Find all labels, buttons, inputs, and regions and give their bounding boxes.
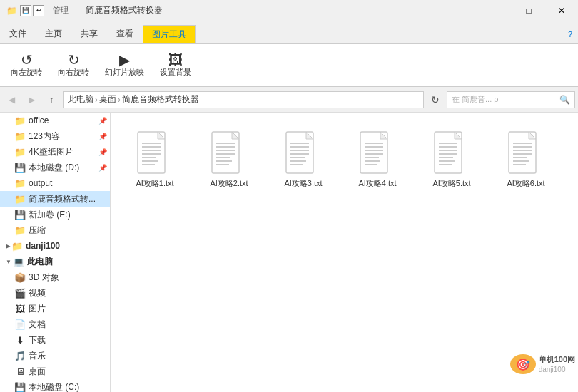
- txt-file-svg: [211, 130, 248, 175]
- file-item[interactable]: AI攻略4.txt: [342, 121, 413, 192]
- quick-save-btn[interactable]: 💾: [20, 5, 31, 16]
- computer-icon: 💻: [13, 256, 24, 267]
- file-icon: [133, 128, 176, 177]
- sidebar-item-video[interactable]: 🎬 视频: [0, 285, 110, 301]
- folder-icon: 📁: [14, 115, 26, 126]
- txt-file-svg: [359, 130, 396, 175]
- ribbon-tab-label: 管理: [53, 5, 69, 16]
- sidebar-item-thispc[interactable]: ▼ 💻 此电脑: [0, 254, 110, 269]
- quick-access: 💾 ↩: [20, 5, 44, 16]
- file-name: AI攻略2.txt: [210, 178, 248, 189]
- minimize-button[interactable]: ─: [480, 0, 512, 21]
- sidebar-item-disk-d[interactable]: 💾 本地磁盘 (D:) 📌: [0, 160, 110, 175]
- ribbon-rotate-left[interactable]: ↺ 向左旋转: [6, 49, 47, 81]
- file-item[interactable]: AI攻略5.txt: [416, 121, 487, 192]
- sidebar-label-disk-c: 本地磁盘 (C:): [29, 381, 79, 393]
- ribbon-set-background[interactable]: 🖼 设置背景: [155, 49, 196, 81]
- file-icon: [282, 128, 325, 177]
- download-icon: ⬇: [14, 334, 26, 346]
- sidebar-item-output[interactable]: 📁 output: [0, 175, 110, 191]
- slideshow-label: 幻灯片放映: [105, 67, 144, 78]
- refresh-button[interactable]: ↻: [427, 91, 444, 108]
- file-icon: [505, 128, 547, 177]
- sidebar-item-converter[interactable]: 📁 简鹿音频格式转...: [0, 191, 110, 207]
- search-box[interactable]: 在 简鹿音... ρ 🔍: [447, 91, 575, 108]
- folder-icon: 📁: [14, 193, 26, 205]
- sidebar-item-pictures[interactable]: 🖼 图片: [0, 301, 110, 316]
- watermark-logo-area: 🎯: [510, 354, 536, 374]
- address-path[interactable]: 此电脑 › 桌面 › 简鹿音频格式转换器: [63, 91, 424, 108]
- back-button[interactable]: ◀: [3, 91, 20, 108]
- file-item[interactable]: AI攻略2.txt: [193, 121, 265, 192]
- sidebar-label-3d: 3D 对象: [29, 272, 59, 284]
- sidebar: 📁 office 📌 📁 123内容 📌 📁 4K壁纸图片 📌 💾 本地磁盘 (…: [0, 113, 111, 392]
- path-part-folder: 简鹿音频格式转换器: [122, 93, 199, 105]
- watermark-site: 单机100网: [539, 354, 575, 365]
- ribbon-rotate-right[interactable]: ↻ 向右旋转: [53, 49, 94, 81]
- rotate-left-icon: ↺: [21, 53, 33, 67]
- watermark-sub: danji100: [539, 365, 575, 375]
- watermark-logo-icon: 🎯: [510, 354, 536, 374]
- file-item[interactable]: AI攻略1.txt: [119, 121, 191, 192]
- sidebar-label-music: 音乐: [29, 350, 46, 362]
- sidebar-item-disk-c[interactable]: 💾 本地磁盘 (C:): [0, 379, 110, 392]
- ribbon-content: ↺ 向左旋转 ↻ 向右旋转 ▶ 幻灯片放映 🖼 设置背景: [0, 43, 578, 86]
- sidebar-label-disk-e: 新加卷 (E:): [29, 209, 71, 221]
- txt-file-svg: [507, 130, 544, 175]
- sidebar-item-desktop[interactable]: 🖥 桌面: [0, 363, 110, 379]
- file-icon: [208, 128, 250, 177]
- file-name: AI攻略3.txt: [284, 178, 322, 189]
- sidebar-item-123[interactable]: 📁 123内容 📌: [0, 128, 110, 144]
- window-controls: ─ □ ✕: [480, 0, 578, 21]
- title-bar-left: 📁 💾 ↩ 管理 简鹿音频格式转换器: [6, 4, 163, 16]
- folder-icon: 📁: [14, 177, 26, 189]
- tab-view[interactable]: 查看: [107, 24, 143, 43]
- file-item[interactable]: AI攻略3.txt: [268, 121, 339, 192]
- sidebar-item-downloads[interactable]: ⬇ 下载: [0, 332, 110, 348]
- quick-undo-btn[interactable]: ↩: [33, 5, 44, 16]
- background-icon: 🖼: [168, 53, 183, 67]
- sidebar-label-compress: 压缩: [29, 225, 46, 237]
- close-button[interactable]: ✕: [545, 0, 578, 21]
- sidebar-label-video: 视频: [29, 287, 46, 299]
- background-label: 设置背景: [160, 67, 191, 78]
- maximize-button[interactable]: □: [512, 0, 545, 21]
- path-part-desktop: 桌面: [99, 93, 116, 105]
- path-sep-1: ›: [95, 95, 98, 105]
- svg-rect-12: [232, 132, 239, 139]
- forward-button[interactable]: ▶: [23, 91, 40, 108]
- sidebar-item-danji[interactable]: ▶ 📁 danji100: [0, 238, 110, 254]
- sidebar-item-compress[interactable]: 📁 压缩: [0, 222, 110, 238]
- sidebar-item-disk-e[interactable]: 💾 新加卷 (E:): [0, 207, 110, 222]
- folder-icon: 📁: [14, 130, 26, 142]
- ribbon-help-btn[interactable]: ?: [562, 24, 578, 43]
- tab-picture-tools[interactable]: 图片工具: [143, 25, 196, 44]
- ribbon-slideshow[interactable]: ▶ 幻灯片放映: [100, 49, 149, 81]
- up-button[interactable]: ↑: [43, 91, 60, 108]
- music-icon: 🎵: [14, 350, 26, 361]
- file-area: AI攻略1.txt AI攻略2.txt: [111, 113, 578, 392]
- sidebar-item-3d[interactable]: 📦 3D 对象: [0, 269, 110, 285]
- sidebar-item-docs[interactable]: 📄 文档: [0, 316, 110, 332]
- search-icon: 🔍: [559, 95, 570, 105]
- tab-home[interactable]: 主页: [36, 24, 71, 43]
- tab-share[interactable]: 共享: [71, 24, 107, 43]
- desktop-icon: 🖥: [14, 366, 26, 377]
- sidebar-label-downloads: 下载: [29, 334, 46, 346]
- rotate-right-label: 向右旋转: [58, 67, 89, 78]
- video-icon: 🎬: [14, 287, 26, 299]
- svg-rect-2: [158, 132, 165, 139]
- file-item[interactable]: AI攻略6.txt: [490, 121, 562, 192]
- file-icon: [356, 128, 399, 177]
- folder-icon: 📁: [11, 240, 23, 252]
- tab-file[interactable]: 文件: [0, 24, 36, 43]
- svg-rect-32: [380, 132, 387, 139]
- sidebar-item-music[interactable]: 🎵 音乐: [0, 348, 110, 363]
- txt-file-svg: [285, 130, 322, 175]
- ribbon-tabs: 文件 主页 共享 查看 图片工具 ?: [0, 21, 578, 43]
- sidebar-item-wallpaper[interactable]: 📁 4K壁纸图片 📌: [0, 144, 110, 160]
- path-part-computer: 此电脑: [68, 93, 93, 105]
- sidebar-item-office[interactable]: 📁 office 📌: [0, 113, 110, 128]
- pin-icon: 📌: [98, 148, 107, 156]
- svg-rect-42: [455, 132, 462, 139]
